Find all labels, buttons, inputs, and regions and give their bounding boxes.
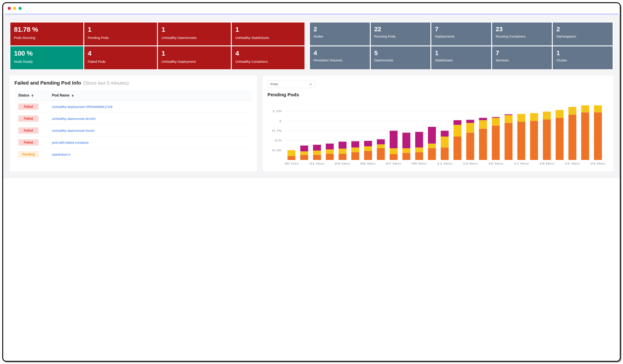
bar-segment — [415, 148, 423, 152]
x-tick-label: 03 Nov — [335, 162, 350, 165]
kpi-value: 23 — [496, 26, 549, 32]
table-row: Failedunhealthy-daemonset-5xvmr — [15, 125, 252, 137]
kpi-tile[interactable]: 7Services — [492, 46, 552, 69]
status-badge: Pending — [18, 151, 39, 158]
bar-segment — [326, 154, 334, 160]
bar-segment — [313, 155, 321, 160]
bar-segment — [492, 118, 500, 126]
kpi-label: Statefulsets — [435, 58, 488, 62]
bar-segment — [402, 133, 410, 148]
bar-segment — [453, 125, 461, 137]
kpi-label: Failed Pods — [88, 60, 154, 64]
kpi-value: 100 % — [14, 50, 80, 57]
kpi-tile[interactable]: 1Unhealthy Deployment — [158, 46, 231, 69]
kpi-value: 81.78 % — [14, 26, 80, 33]
kpi-value: 1 — [435, 50, 488, 56]
kpi-tile[interactable]: 1Unhealthy Statefulsets — [232, 22, 305, 45]
pod-link[interactable]: statefulset-0 — [52, 153, 70, 156]
y-tick-label: 0.5 — [275, 139, 282, 142]
bar-segment — [556, 118, 563, 160]
x-tick-label: 05 Nov — [360, 162, 376, 165]
kpi-value: 1 — [88, 26, 154, 33]
kpi-label: Running Pods — [374, 34, 427, 39]
bar-segment — [300, 151, 308, 155]
kpi-value: 7 — [496, 50, 549, 56]
bar-segment — [428, 143, 436, 148]
kpi-value: 4 — [313, 50, 367, 56]
pod-link[interactable]: unhealthy-deployment-5f5594688d-j7zt9 — [52, 105, 113, 109]
pod-link[interactable]: unhealthy-daemonset-5xvmr — [52, 129, 95, 133]
bar-segment — [377, 144, 385, 148]
sort-icon[interactable] — [72, 94, 74, 97]
kpi-value: 1 — [235, 26, 302, 33]
kpi-tile[interactable]: 2Namespaces — [553, 22, 613, 45]
kpi-tile[interactable]: 22Running Pods — [371, 22, 431, 45]
kpi-tile[interactable]: 100 %Node Ready — [10, 46, 83, 69]
bar-segment — [479, 129, 487, 160]
kpi-label: Unhealthy Conatiners — [235, 60, 302, 64]
bar-segment — [326, 149, 334, 154]
kpi-tile[interactable]: 1Unhealthy Daemonsets — [158, 22, 231, 45]
window-close-dot[interactable] — [8, 7, 11, 10]
kpi-row: 81.78 %Pods Running1Pending Pods1Unhealt… — [9, 21, 614, 70]
bar-segment — [428, 148, 436, 160]
kpi-tile[interactable]: 7Deployments — [431, 22, 491, 45]
pod-link[interactable]: unhealthy-daemonset-dcm62 — [52, 117, 96, 121]
y-tick-label: 0.25 — [272, 149, 282, 152]
kpi-tile[interactable]: 1Cluster — [553, 46, 613, 69]
y-tick-label: 1 — [279, 120, 282, 122]
bar-segment — [415, 152, 423, 160]
bar-segment — [364, 146, 372, 151]
chevron-down-icon — [309, 82, 312, 86]
bar-segment — [377, 148, 385, 160]
kpi-label: Unhealthy Statefulsets — [235, 36, 302, 40]
kpi-panel-health: 81.78 %Pods Running1Pending Pods1Unhealt… — [9, 21, 305, 70]
kpi-label: Running Containers — [496, 34, 549, 39]
kpi-tile[interactable]: 4Persistent Volumes — [310, 46, 370, 69]
bar-segment — [364, 141, 372, 146]
bar-segment — [351, 152, 359, 160]
window-minimize-dot[interactable] — [13, 7, 16, 10]
kpi-label: Daemonsets — [374, 58, 427, 62]
window-titlebar — [3, 3, 620, 14]
kpi-tile[interactable]: 1Statefulsets — [431, 46, 491, 69]
bar-segment — [530, 121, 538, 160]
kpi-value: 4 — [235, 50, 302, 57]
window-maximize-dot[interactable] — [19, 7, 22, 10]
bar-segment — [351, 148, 359, 152]
col-status[interactable]: Status — [15, 90, 48, 101]
failed-pending-subtitle: (Since last 5 minutes) — [83, 80, 129, 86]
bar-segment — [517, 114, 525, 122]
kpi-label: Node Ready — [14, 60, 80, 64]
failed-pending-card: Failed and Pending Pod Info (Since last … — [9, 76, 257, 172]
kpi-tile[interactable]: 81.78 %Pods Running — [10, 22, 83, 45]
kpi-tile[interactable]: 23Running Containers — [492, 22, 552, 45]
bar-segment — [338, 154, 346, 160]
kpi-tile[interactable]: 4Unhealthy Conatiners — [232, 46, 305, 69]
x-tick-label: 23 Nov — [590, 162, 605, 165]
bar-segment — [288, 150, 295, 156]
sort-icon[interactable] — [32, 94, 33, 97]
kpi-label: Persistent Volumes — [313, 58, 367, 62]
chart-type-select[interactable]: Pods — [267, 80, 315, 88]
bar-segment — [505, 115, 512, 123]
bar-segment — [390, 148, 398, 154]
pending-pods-chart: 0.250.50.7511.2530 Oct01 Nov03 Nov05 Nov… — [267, 99, 609, 167]
bar-segment — [556, 110, 563, 118]
kpi-tile[interactable]: 2Nodes — [310, 22, 370, 45]
bar-segment — [594, 105, 602, 112]
bar-segment — [390, 131, 398, 148]
x-tick-label: 15 Nov — [488, 162, 503, 165]
chart-title: Pending Pods — [267, 92, 609, 97]
bar-segment — [492, 125, 500, 160]
bar-segment — [364, 151, 372, 160]
y-tick-label: 1.25 — [272, 110, 282, 113]
kpi-tile[interactable]: 1Pending Pods — [84, 22, 157, 45]
kpi-tile[interactable]: 5Daemonsets — [371, 46, 431, 69]
col-pod-name[interactable]: Pod Name — [48, 90, 252, 101]
bar-segment — [530, 113, 538, 121]
dashboard-content: 81.78 %Pods Running1Pending Pods1Unhealt… — [3, 15, 620, 178]
kpi-tile[interactable]: 4Failed Pods — [84, 46, 157, 69]
pod-link[interactable]: pod-with-failed-container — [52, 141, 89, 144]
bar-segment — [505, 114, 512, 115]
